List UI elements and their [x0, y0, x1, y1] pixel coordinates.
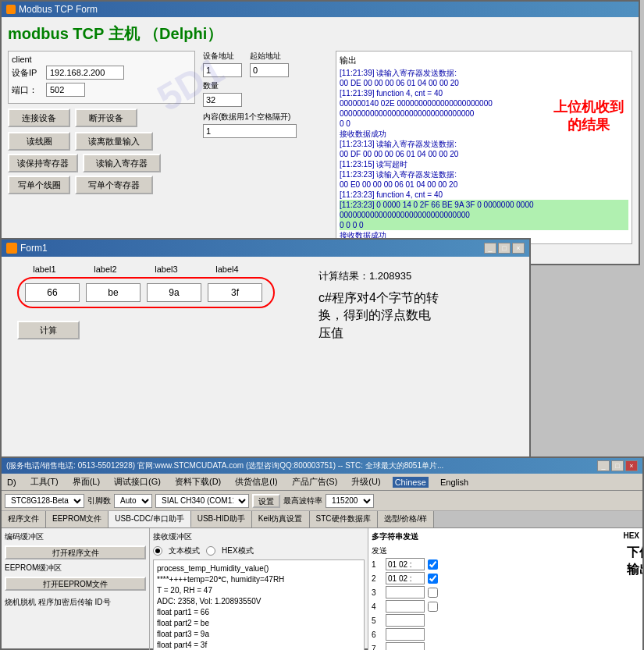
send-input-2[interactable]	[386, 572, 425, 584]
output-panel: 输出 [11:21:39] 读输入寄存器发送数据: 00 DE 00 00 00…	[336, 51, 632, 244]
form1-titlebar: Form1 _ □ ×	[2, 240, 529, 257]
maximize-button[interactable]: □	[498, 243, 511, 254]
annotation-csharp: c#程序对4个字节的转换，得到的浮点数电压值	[318, 289, 517, 342]
eeprom-buf-label: EEPROM缓冲区	[5, 563, 146, 574]
menu-tools[interactable]: 工具(T)	[28, 475, 61, 488]
stc-menubar: D) 工具(T) 界面(L) 调试接口(G) 资料下载(D) 供货信息(I) 产…	[2, 474, 642, 491]
send-check-2[interactable]	[428, 574, 438, 584]
menu-upgrade[interactable]: 升级(U)	[349, 475, 382, 488]
read-hold-button[interactable]: 读保持寄存器	[8, 154, 78, 172]
stc-tabs: 程序文件 EEPROM文件 USB-CDC/串口助手 USB-HID助手 Kei…	[2, 511, 642, 528]
stc-center-panel: 接收缓冲区 文本模式 HEX模式 process_temp_Humidity_v…	[150, 528, 368, 650]
menu-ad[interactable]: 产品广告(S)	[290, 475, 340, 488]
addr-label: 设备地址	[203, 51, 242, 62]
read-input-button[interactable]: 读输入寄存器	[83, 154, 161, 172]
menu-debug[interactable]: 调试接口(G)	[112, 475, 163, 488]
action-links: 烧机脱机 程序加密后传输 ID号	[5, 597, 146, 608]
stc-window: (服务电话/销售电话: 0513-55012928) 官网:www.STCMCU…	[0, 456, 644, 650]
port-label: 端口：	[12, 84, 43, 96]
connect-button[interactable]: 连接设备	[8, 108, 70, 127]
write-reg-button[interactable]: 写单个寄存器	[75, 176, 153, 194]
send-input-1[interactable]	[386, 558, 425, 570]
label4: label4	[200, 265, 254, 274]
tab-usb-hid[interactable]: USB-HID助手	[191, 511, 252, 527]
send-num-1: 发送	[372, 545, 387, 556]
read-coil-button[interactable]: 读线圈	[8, 132, 70, 151]
tab-eeprom[interactable]: EEPROM文件	[46, 511, 109, 527]
chip-select[interactable]: STC8G128-Beta	[5, 494, 84, 508]
menu-supply[interactable]: 供货信息(I)	[233, 475, 279, 488]
menu-download[interactable]: 资料下载(D)	[173, 475, 223, 488]
form1-title-text: Form1	[20, 243, 48, 254]
tab-hw-db[interactable]: STC硬件数据库	[310, 511, 378, 527]
start-input[interactable]	[250, 63, 289, 77]
write-coil-button[interactable]: 写单个线圈	[8, 176, 70, 194]
modbus-title-text: Modbus TCP Form	[19, 4, 98, 15]
recv-area: process_temp_Humidity_value() ****++++te…	[153, 559, 365, 650]
hex-input-1[interactable]	[25, 283, 80, 302]
hex-input-2[interactable]	[86, 283, 141, 302]
send-idx-5: 5	[372, 616, 382, 625]
send-idx-1: 1	[372, 560, 382, 569]
send-input-6[interactable]	[386, 628, 425, 641]
hex-mode-label: HEX模式	[222, 545, 254, 556]
send-label: 多字符串发送	[372, 531, 418, 542]
stc-left-panel: 编码缓冲区 打开程序文件 EEPROM缓冲区 打开EEPROM文件 烧机脱机 程…	[2, 528, 150, 650]
port-input[interactable]	[46, 83, 85, 97]
label2: label2	[78, 265, 133, 274]
text-mode-radio[interactable]	[153, 546, 162, 556]
menu-chinese[interactable]: Chinese	[393, 477, 429, 488]
minimize-button[interactable]: _	[484, 243, 496, 254]
menu-interface[interactable]: 界面(L)	[70, 475, 102, 488]
ip-input[interactable]	[46, 66, 124, 80]
send-input-5[interactable]	[386, 614, 425, 627]
send-idx-4: 4	[372, 602, 382, 611]
stc-close-btn[interactable]: ×	[625, 460, 638, 471]
send-idx-3: 3	[372, 588, 382, 597]
recv-label: 接收缓冲区	[153, 531, 365, 542]
recv-content: process_temp_Humidity_value() ****++++te…	[157, 563, 361, 650]
menu-english[interactable]: English	[438, 477, 471, 488]
text-mode-label: 文本模式	[169, 545, 200, 556]
form1-window: Form1 _ □ × label1 label2 label3 label4 …	[0, 238, 531, 464]
send-input-7[interactable]	[386, 642, 425, 650]
open-prog-btn[interactable]: 打开程序文件	[5, 545, 146, 559]
hex-mode-radio[interactable]	[206, 546, 215, 556]
content-input[interactable]	[203, 124, 297, 138]
modbus-main-title: modbus TCP 主机 （Delphi）	[8, 23, 632, 44]
send-check-1[interactable]	[428, 559, 438, 570]
tab-keil[interactable]: Keil仿真设置	[252, 511, 310, 527]
send-idx-6: 6	[372, 630, 382, 639]
tab-program[interactable]: 程序文件	[2, 511, 46, 527]
send-idx-7: 7	[372, 645, 382, 651]
serial-select[interactable]: SIAL CH340 (COM11)	[155, 494, 249, 508]
hex-input-3[interactable]	[147, 283, 201, 302]
stc-maximize-btn[interactable]: □	[611, 460, 624, 471]
send-check-4[interactable]	[428, 602, 438, 612]
baud-select[interactable]: 115200	[326, 494, 374, 508]
addr-input[interactable]	[203, 63, 242, 77]
hex-input-4[interactable]	[208, 283, 262, 302]
form1-icon	[6, 243, 17, 254]
annotation-serial: 下位机串口输出的电压	[627, 544, 642, 579]
client-box: client 设备IP 端口：	[8, 51, 195, 104]
send-check-3[interactable]	[428, 588, 438, 598]
pin-select[interactable]: Auto	[114, 494, 152, 508]
open-eeprom-btn[interactable]: 打开EEPROM文件	[5, 577, 146, 591]
calc-button[interactable]: 计算	[17, 321, 80, 339]
menu-d[interactable]: D)	[5, 477, 19, 488]
pin-label: 引脚数	[87, 495, 111, 506]
stc-title-text: (服务电话/销售电话: 0513-55012928) 官网:www.STCMCU…	[6, 460, 443, 471]
settings-btn[interactable]: 设置	[252, 494, 280, 508]
count-label: 数量	[203, 80, 328, 91]
tab-model[interactable]: 选型/价格/样	[378, 511, 435, 527]
tab-usb-cdc[interactable]: USB-CDC/串口助手	[109, 511, 190, 527]
close-button[interactable]: ×	[512, 243, 525, 254]
send-input-3[interactable]	[386, 586, 425, 598]
send-input-4[interactable]	[386, 600, 425, 613]
read-discrete-button[interactable]: 读离散量输入	[75, 132, 153, 151]
disconnect-button[interactable]: 断开设备	[75, 108, 137, 127]
stc-minimize-btn[interactable]: _	[597, 460, 610, 471]
hex-inputs-group	[17, 277, 275, 308]
count-input[interactable]	[203, 93, 242, 107]
